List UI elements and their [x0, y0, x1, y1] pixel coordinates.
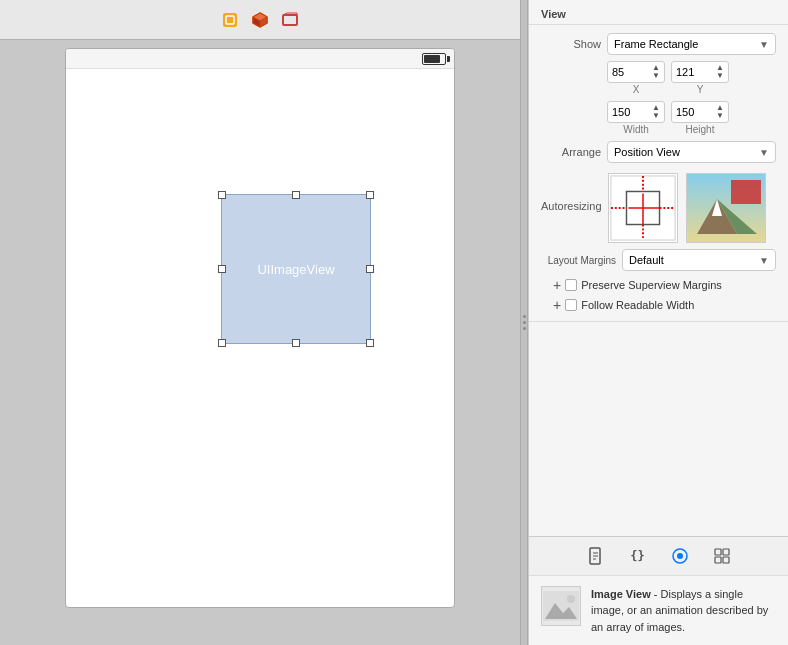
follow-readable-label: Follow Readable Width — [581, 299, 694, 311]
handle-top-mid[interactable] — [292, 191, 300, 199]
y-input[interactable]: 121 ▲▼ — [671, 61, 729, 83]
uiimageview-container[interactable]: UIImageView — [216, 189, 376, 349]
show-dropdown-value: Frame Rectangle — [614, 38, 698, 50]
status-bar — [66, 49, 454, 69]
arrange-label: Arrange — [541, 146, 601, 158]
divider-dot-3 — [523, 327, 526, 330]
cube-toolbar-icon[interactable] — [249, 9, 271, 31]
width-stepper[interactable]: ▲▼ — [652, 104, 660, 120]
preserve-checkbox[interactable] — [565, 279, 577, 291]
arrange-dropdown-arrow: ▼ — [759, 147, 769, 158]
height-label: Height — [686, 124, 715, 135]
height-value: 150 — [676, 106, 694, 118]
show-label: Show — [541, 38, 601, 50]
svg-rect-31 — [715, 557, 721, 563]
handle-bot-mid[interactable] — [292, 339, 300, 347]
svg-point-28 — [677, 553, 683, 559]
plus-btn-2[interactable]: + — [549, 297, 561, 313]
image-view-dash: - — [651, 588, 661, 600]
y-value: 121 — [676, 66, 694, 78]
x-stepper[interactable]: ▲▼ — [652, 64, 660, 80]
x-input[interactable]: 85 ▲▼ — [607, 61, 665, 83]
svg-rect-22 — [731, 180, 761, 204]
layout-margins-row: Layout Margins Default ▼ — [541, 249, 776, 271]
wh-row: 150 ▲▼ Width 150 ▲▼ Height — [541, 101, 776, 135]
inspector-panel: View Show Frame Rectangle ▼ 85 ▲▼ X — [528, 0, 788, 645]
autoresizing-label: Autoresizing — [541, 200, 602, 212]
width-input[interactable]: 150 ▲▼ — [607, 101, 665, 123]
x-field[interactable]: 85 ▲▼ X — [607, 61, 665, 95]
inspector-view-header: View — [529, 0, 788, 25]
uiimageview-box[interactable]: UIImageView — [221, 194, 371, 344]
show-row: Show Frame Rectangle ▼ — [541, 33, 776, 55]
x-value: 85 — [612, 66, 624, 78]
panel-divider — [520, 0, 528, 645]
handle-mid-left[interactable] — [218, 265, 226, 273]
image-info-text: Image View - Displays a single image, or… — [591, 586, 776, 636]
preserve-label: Preserve Superview Margins — [581, 279, 722, 291]
rect-toolbar-icon[interactable] — [279, 9, 301, 31]
divider-dot-2 — [523, 321, 526, 324]
grid-tab[interactable] — [711, 545, 733, 567]
autoresizing-control[interactable] — [608, 173, 678, 243]
width-label: Width — [623, 124, 649, 135]
square-toolbar-icon[interactable] — [219, 9, 241, 31]
autoresizing-svg — [609, 173, 677, 243]
image-view-info: Image View - Displays a single image, or… — [529, 575, 788, 646]
checkboxes-section: + Preserve Superview Margins + Follow Re… — [541, 277, 776, 313]
plus-btn-1[interactable]: + — [549, 277, 561, 293]
handle-bot-left[interactable] — [218, 339, 226, 347]
toolbar — [0, 0, 520, 40]
svg-rect-32 — [723, 557, 729, 563]
autoresizing-row: Autoresizing — [541, 169, 776, 243]
handle-top-left[interactable] — [218, 191, 226, 199]
divider-dot-1 — [523, 315, 526, 318]
view-section-label: View — [541, 8, 566, 20]
y-label: Y — [697, 84, 704, 95]
show-dropdown-arrow: ▼ — [759, 39, 769, 50]
y-stepper[interactable]: ▲▼ — [716, 64, 724, 80]
layout-margins-value: Default — [629, 254, 664, 266]
inspector-spacer — [529, 322, 788, 536]
show-dropdown[interactable]: Frame Rectangle ▼ — [607, 33, 776, 55]
layout-margins-dropdown[interactable]: Default ▼ — [622, 249, 776, 271]
image-view-title: Image View — [591, 588, 651, 600]
height-field[interactable]: 150 ▲▼ Height — [671, 101, 729, 135]
inspector-bottom-tabs: {} — [529, 536, 788, 575]
layout-margins-label: Layout Margins — [541, 255, 616, 266]
width-field[interactable]: 150 ▲▼ Width — [607, 101, 665, 135]
height-stepper[interactable]: ▲▼ — [716, 104, 724, 120]
divider-handle[interactable] — [522, 308, 526, 338]
xy-row: 85 ▲▼ X 121 ▲▼ Y — [541, 61, 776, 95]
height-input[interactable]: 150 ▲▼ — [671, 101, 729, 123]
iphone-frame: → UIImageView 选择图像 — [65, 48, 455, 608]
uiimageview-label: UIImageView — [257, 262, 334, 277]
inspector-show-section: Show Frame Rectangle ▼ 85 ▲▼ X 121 — [529, 25, 788, 322]
image-thumb — [541, 586, 581, 626]
image-thumb-svg — [543, 591, 579, 621]
autoresizing-section — [608, 173, 766, 243]
arrange-row: Arrange Position View ▼ — [541, 141, 776, 163]
code-tab[interactable]: {} — [627, 545, 649, 567]
battery-icon — [422, 53, 446, 65]
follow-readable-checkbox[interactable] — [565, 299, 577, 311]
y-field[interactable]: 121 ▲▼ Y — [671, 61, 729, 95]
arrange-dropdown[interactable]: Position View ▼ — [607, 141, 776, 163]
width-value: 150 — [612, 106, 630, 118]
handle-mid-right[interactable] — [366, 265, 374, 273]
layout-margins-dropdown-arrow: ▼ — [759, 255, 769, 266]
autoresizing-preview — [686, 173, 766, 243]
file-tab[interactable] — [585, 545, 607, 567]
svg-point-35 — [567, 595, 575, 603]
circle-tab[interactable] — [669, 545, 691, 567]
svg-rect-0 — [223, 13, 237, 27]
arrange-dropdown-value: Position View — [614, 146, 680, 158]
svg-rect-6 — [283, 15, 297, 25]
canvas-area: → UIImageView 选择图像 — [0, 0, 520, 645]
handle-bot-right[interactable] — [366, 339, 374, 347]
svg-rect-29 — [715, 549, 721, 555]
x-label: X — [633, 84, 640, 95]
svg-rect-30 — [723, 549, 729, 555]
preview-svg — [687, 174, 766, 243]
handle-top-right[interactable] — [366, 191, 374, 199]
